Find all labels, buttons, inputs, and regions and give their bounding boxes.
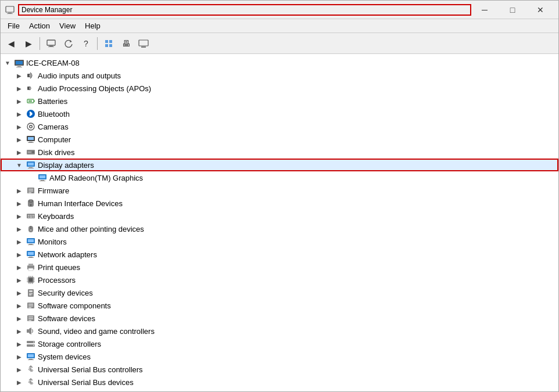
svg-rect-93 bbox=[28, 318, 33, 319]
svg-rect-60 bbox=[29, 244, 33, 244]
svg-point-99 bbox=[33, 345, 34, 346]
expand-hid[interactable]: ▶ bbox=[15, 199, 24, 208]
tree-node-storage[interactable]: ▶ Storage controllers bbox=[1, 337, 558, 350]
expand-audio-apo[interactable]: ▶ bbox=[15, 84, 24, 93]
tree-node-system[interactable]: ▶ System devices bbox=[1, 350, 558, 363]
expand-display[interactable]: ▼ bbox=[15, 160, 24, 170]
tree-node-keyboards[interactable]: ▶ Keyboards bbox=[1, 210, 558, 222]
svg-rect-5 bbox=[48, 46, 54, 47]
tree-node-display[interactable]: ▼ Display adapters bbox=[1, 159, 558, 171]
expand-root[interactable]: ▼ bbox=[3, 58, 12, 67]
tree-node-disk[interactable]: ▶ Disk drives bbox=[1, 146, 558, 159]
toolbar-device-mgr[interactable] bbox=[43, 35, 59, 52]
tree-node-audio-apo[interactable]: ▶ Audio Processing Objects (APOs) bbox=[1, 82, 558, 95]
audio-io-label: Audio inputs and outputs bbox=[38, 71, 121, 80]
tree-node-sound[interactable]: ▶ Sound, video and game controllers bbox=[1, 325, 558, 337]
tree-node-processors[interactable]: ▶ bbox=[1, 274, 558, 286]
expand-sw-dev[interactable]: ▶ bbox=[15, 314, 24, 323]
expand-keyboards[interactable]: ▶ bbox=[15, 211, 24, 221]
tree-view[interactable]: ▼ ICE-CREAM-08 ▶ bbox=[1, 54, 558, 391]
maximize-button[interactable]: □ bbox=[499, 1, 526, 19]
hid-label: Human Interface Devices bbox=[38, 199, 123, 208]
firmware-icon bbox=[26, 185, 36, 196]
toolbar-print[interactable]: 🖶 bbox=[118, 35, 134, 52]
svg-rect-92 bbox=[28, 317, 33, 318]
svg-rect-83 bbox=[28, 289, 34, 297]
tree-node-sw-comp[interactable]: ▶ Software components bbox=[1, 299, 558, 312]
audio-io-icon bbox=[26, 70, 36, 81]
toolbar-back[interactable]: ◀ bbox=[3, 35, 19, 52]
expand-print[interactable]: ▶ bbox=[15, 262, 24, 272]
tree-node-security[interactable]: ▶ Security devices bbox=[1, 286, 558, 299]
expand-sw-comp[interactable]: ▶ bbox=[15, 301, 24, 310]
monitors-label: Monitors bbox=[38, 238, 67, 246]
content-area: ▼ ICE-CREAM-08 ▶ bbox=[1, 54, 558, 391]
tree-node-print[interactable]: ▶ Print queues bbox=[1, 261, 558, 274]
tree-node-usb[interactable]: ▶ Universal Serial Bus controllers bbox=[1, 363, 558, 376]
display-label: Display adapters bbox=[38, 161, 94, 170]
network-icon bbox=[26, 249, 36, 260]
system-icon bbox=[26, 351, 36, 362]
keyboards-label: Keyboards bbox=[38, 212, 74, 221]
expand-security[interactable]: ▶ bbox=[15, 288, 24, 297]
tree-node-cameras[interactable]: ▶ Cameras bbox=[1, 120, 558, 133]
svg-rect-33 bbox=[28, 163, 34, 166]
expand-firmware[interactable]: ▶ bbox=[15, 186, 24, 195]
tree-node-amd[interactable]: ▶ AMD Radeon(TM) Graphics bbox=[1, 171, 558, 184]
toolbar-view[interactable] bbox=[135, 35, 152, 52]
svg-rect-16 bbox=[27, 74, 30, 77]
svg-rect-64 bbox=[29, 257, 33, 257]
svg-rect-88 bbox=[28, 304, 33, 305]
tree-node-network[interactable]: ▶ Network adapters bbox=[1, 248, 558, 261]
expand-network[interactable]: ▶ bbox=[15, 250, 24, 259]
svg-rect-31 bbox=[28, 152, 31, 153]
expand-system[interactable]: ▶ bbox=[15, 352, 24, 361]
tree-node-batteries[interactable]: ▶ Batteries bbox=[1, 95, 558, 107]
svg-rect-86 bbox=[29, 294, 31, 296]
close-button[interactable]: ✕ bbox=[527, 1, 554, 19]
toolbar-help[interactable]: ? bbox=[78, 35, 94, 52]
expand-batteries[interactable]: ▶ bbox=[15, 96, 24, 106]
batteries-icon bbox=[26, 96, 36, 106]
expand-usb-dev[interactable]: ▶ bbox=[15, 377, 24, 387]
expand-sound[interactable]: ▶ bbox=[15, 326, 24, 336]
tree-node-bluetooth[interactable]: ▶ Bluetooth bbox=[1, 107, 558, 120]
expand-usb[interactable]: ▶ bbox=[15, 365, 24, 374]
sound-icon bbox=[26, 326, 36, 336]
toolbar-forward[interactable]: ▶ bbox=[20, 35, 37, 52]
expand-storage[interactable]: ▶ bbox=[15, 339, 24, 348]
tree-root[interactable]: ▼ ICE-CREAM-08 bbox=[1, 56, 558, 69]
tree-node-audio-io[interactable]: ▶ Audio inputs and outputs bbox=[1, 69, 558, 82]
title-bar-text: Device Manager bbox=[18, 4, 471, 16]
menu-action[interactable]: Action bbox=[24, 20, 55, 31]
svg-rect-8 bbox=[105, 44, 108, 47]
expand-processors[interactable]: ▶ bbox=[15, 275, 24, 285]
expand-computer[interactable]: ▶ bbox=[15, 135, 24, 144]
tree-node-sw-dev[interactable]: ▶ Software devices bbox=[1, 312, 558, 325]
expand-cameras[interactable]: ▶ bbox=[15, 122, 24, 131]
tree-node-usb-dev[interactable]: ▶ Universal Serial Bus devices bbox=[1, 376, 558, 389]
app-icon bbox=[5, 5, 15, 15]
menu-file[interactable]: File bbox=[3, 20, 24, 31]
menu-view[interactable]: View bbox=[55, 20, 80, 31]
tree-node-mice[interactable]: ▶ Mice and other pointing devices bbox=[1, 222, 558, 235]
menu-help[interactable]: Help bbox=[80, 20, 105, 31]
tree-node-monitors[interactable]: ▶ Monitors bbox=[1, 235, 558, 248]
expand-mice[interactable]: ▶ bbox=[15, 224, 24, 233]
svg-rect-13 bbox=[16, 61, 23, 64]
tree-node-computer[interactable]: ▶ Computer bbox=[1, 133, 558, 146]
tree-node-firmware[interactable]: ▶ Firmware bbox=[1, 184, 558, 197]
toolbar-view-type[interactable] bbox=[101, 35, 117, 52]
expand-monitors[interactable]: ▶ bbox=[15, 237, 24, 246]
toolbar: ◀ ▶ ? 🖶 bbox=[1, 33, 558, 54]
expand-audio-io[interactable]: ▶ bbox=[15, 71, 24, 80]
svg-rect-20 bbox=[28, 100, 32, 102]
tree-node-hid[interactable]: ▶ Human Interface Devices bbox=[1, 197, 558, 210]
toolbar-refresh[interactable] bbox=[60, 35, 77, 52]
expand-disk[interactable]: ▶ bbox=[15, 148, 24, 157]
firmware-label: Firmware bbox=[38, 186, 69, 195]
svg-rect-17 bbox=[27, 87, 30, 90]
mouse-icon bbox=[26, 224, 36, 234]
minimize-button[interactable]: ─ bbox=[471, 1, 498, 19]
expand-bluetooth[interactable]: ▶ bbox=[15, 109, 24, 118]
